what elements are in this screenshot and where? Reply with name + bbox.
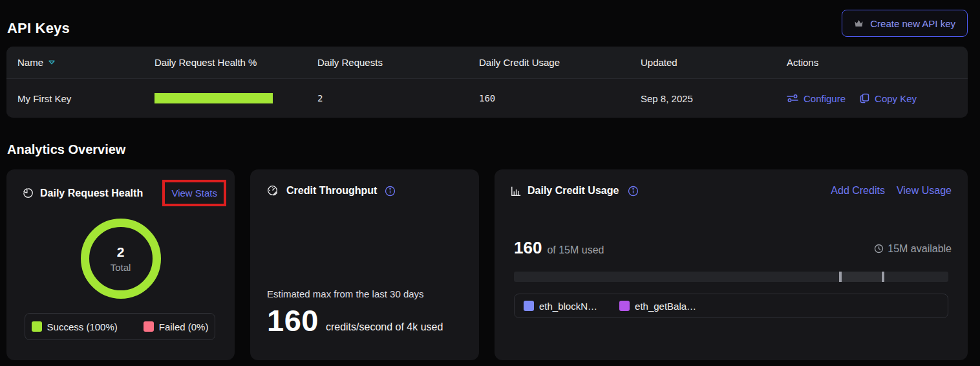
credit-usage-stats: 160 of 15M used 15M available	[514, 238, 952, 258]
success-swatch	[32, 321, 42, 332]
copy-icon	[860, 93, 869, 103]
page-title: API Keys	[7, 20, 70, 37]
health-bar-fill	[154, 93, 273, 103]
view-stats-link[interactable]: View Stats	[171, 188, 217, 199]
daily-credit-usage-card: Daily Credit Usage Add Credits View Usag…	[495, 169, 968, 360]
column-header-daily-credit-usage: Daily Credit Usage	[479, 57, 641, 68]
topbar: API Keys Create new API key	[0, 0, 980, 47]
info-icon[interactable]	[628, 186, 639, 197]
card-title-daily-credit-usage: Daily Credit Usage	[527, 185, 619, 197]
configure-label: Configure	[804, 93, 846, 104]
key-daily-credit-usage: 160	[479, 93, 641, 103]
configure-link[interactable]: Configure	[787, 93, 846, 104]
gauge-icon	[267, 185, 279, 197]
column-header-name[interactable]: Name	[17, 57, 154, 68]
sliders-icon	[787, 94, 798, 103]
analytics-overview-title: Analytics Overview	[7, 142, 980, 157]
key-actions: Configure Copy Key	[787, 93, 968, 104]
eth-getbalance-swatch	[619, 301, 630, 311]
donut-total-value: 2	[117, 244, 125, 260]
crown-icon	[854, 19, 864, 28]
eth-getbalance-label: eth_getBala…	[635, 301, 696, 312]
failed-label: Failed (0%)	[159, 321, 209, 332]
clock-icon	[874, 244, 884, 253]
create-api-key-button[interactable]: Create new API key	[842, 10, 968, 37]
legend-item-eth-blocknumber: eth_blockN…	[524, 301, 597, 312]
credits-available: 15M available	[874, 243, 952, 255]
credits-used-suffix: of 15M used	[547, 244, 604, 256]
key-updated-date: Sep 8, 2025	[641, 93, 787, 104]
add-credits-link[interactable]: Add Credits	[831, 185, 885, 197]
progress-segment	[839, 272, 882, 282]
copy-key-link[interactable]: Copy Key	[860, 93, 917, 104]
key-daily-requests: 2	[317, 93, 479, 103]
request-health-legend: Success (100%) Failed (0%)	[25, 313, 215, 340]
info-icon[interactable]	[385, 186, 396, 197]
eth-blocknumber-label: eth_blockN…	[539, 301, 597, 312]
throughput-suffix: credits/second of 4k used	[326, 321, 443, 334]
annotation-highlight-box: View Stats	[162, 180, 226, 206]
credit-throughput-card: Credit Throughput Estimated max from the…	[250, 169, 479, 360]
throughput-value: 160	[267, 307, 319, 334]
failed-swatch	[144, 321, 154, 332]
credits-used-value: 160	[514, 238, 542, 258]
table-row[interactable]: My First Key 2 160 Sep 8, 2025 Configure	[6, 79, 968, 118]
column-header-daily-requests: Daily Requests	[317, 57, 479, 68]
card-title-daily-request-health: Daily Request Health	[40, 188, 143, 199]
card-title-credit-throughput: Credit Throughput	[286, 185, 377, 197]
eth-blocknumber-swatch	[524, 301, 534, 311]
credit-usage-legend: eth_blockN… eth_getBala…	[514, 294, 948, 318]
health-bar-track	[154, 93, 273, 103]
legend-item-success: Success (100%)	[32, 321, 118, 332]
legend-item-failed: Failed (0%)	[144, 321, 209, 332]
request-health-donut-chart: 2 Total	[81, 219, 161, 299]
daily-request-health-card: Daily Request Health View Stats 2 Total …	[6, 169, 235, 360]
create-api-key-label: Create new API key	[870, 18, 955, 29]
legend-item-eth-getbalance: eth_getBala…	[619, 301, 696, 312]
donut-total-label: Total	[111, 262, 131, 273]
analytics-cards: Daily Request Health View Stats 2 Total …	[6, 169, 968, 360]
progress-tick	[882, 272, 884, 282]
column-header-actions: Actions	[787, 57, 968, 68]
table-header-row: Name Daily Request Health % Daily Reques…	[6, 47, 968, 79]
key-name: My First Key	[17, 93, 154, 104]
bar-chart-icon	[511, 186, 522, 197]
key-health-cell	[154, 93, 317, 103]
credit-usage-progress-bar	[514, 272, 948, 282]
pie-chart-icon	[23, 188, 34, 199]
success-label: Success (100%)	[47, 321, 118, 332]
api-keys-table: Name Daily Request Health % Daily Reques…	[6, 47, 968, 118]
column-header-updated: Updated	[641, 57, 787, 68]
copy-key-label: Copy Key	[875, 93, 917, 104]
column-header-health: Daily Request Health %	[154, 57, 317, 68]
throughput-subtitle: Estimated max from the last 30 days	[267, 288, 463, 299]
progress-tick	[839, 272, 842, 282]
column-header-name-label: Name	[17, 57, 43, 68]
credits-available-label: 15M available	[888, 243, 952, 255]
view-usage-link[interactable]: View Usage	[897, 185, 952, 197]
sort-chevron-down-icon[interactable]	[48, 59, 56, 65]
